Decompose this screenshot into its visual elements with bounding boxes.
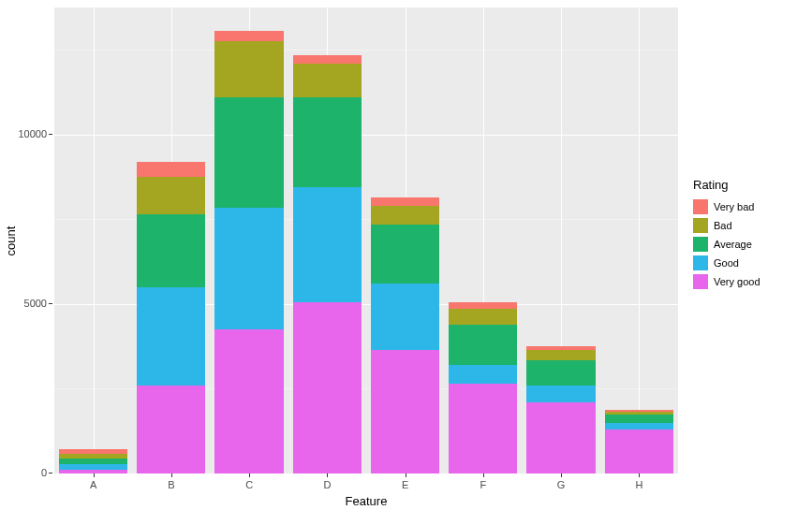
- bar-segment: [449, 384, 517, 474]
- legend-title: Rating: [693, 178, 805, 192]
- plot-area: [54, 7, 678, 474]
- bar-segment: [526, 386, 595, 402]
- y-tick-label: 5000: [0, 298, 47, 309]
- bar-segment: [449, 365, 517, 384]
- legend-item: Very bad: [693, 197, 805, 216]
- legend-items: Very badBadAverageGoodVery good: [693, 197, 805, 291]
- bar-H: [605, 7, 673, 474]
- bar-segment: [605, 423, 673, 430]
- bar-segment: [293, 187, 362, 302]
- bar-segment: [449, 325, 517, 365]
- legend-item: Good: [693, 254, 805, 272]
- bar-segment: [526, 350, 595, 360]
- bar-segment: [59, 459, 127, 464]
- x-tick-label: A: [66, 479, 122, 490]
- bar-segment: [526, 402, 595, 474]
- bar-segment: [449, 302, 517, 309]
- bar-segment: [605, 430, 673, 474]
- y-tick-label: 0: [0, 467, 47, 478]
- legend-label: Very bad: [714, 201, 754, 212]
- bar-segment: [526, 346, 595, 350]
- bar-segment: [214, 208, 283, 329]
- x-tick-label: D: [299, 479, 355, 490]
- x-axis-label: Feature: [54, 494, 678, 508]
- bar-segment: [371, 350, 439, 474]
- legend-item: Average: [693, 235, 805, 254]
- bar-segment: [293, 64, 362, 97]
- bar-segment: [526, 360, 595, 386]
- bar-segment: [59, 449, 127, 454]
- x-tick-label: G: [533, 479, 589, 490]
- x-tick-label: F: [455, 479, 511, 490]
- y-tick-label: 10000: [0, 128, 47, 139]
- bar-segment: [449, 309, 517, 324]
- legend-item: Bad: [693, 216, 805, 235]
- x-tick-label: E: [377, 479, 434, 490]
- legend-swatch: [693, 274, 708, 289]
- legend-label: Bad: [714, 220, 732, 231]
- bar-segment: [137, 386, 205, 474]
- bar-segment: [137, 214, 205, 287]
- bar-segment: [59, 464, 127, 470]
- bar-segment: [293, 97, 362, 187]
- bar-A: [59, 7, 127, 474]
- x-tick-label: H: [611, 479, 667, 490]
- bar-E: [371, 7, 439, 474]
- bar-C: [214, 7, 283, 474]
- legend-item: Very good: [693, 272, 805, 291]
- x-tick-label: C: [221, 479, 277, 490]
- legend-label: Very good: [714, 276, 760, 287]
- y-axis-label: count: [4, 7, 19, 474]
- x-tick-label: B: [143, 479, 199, 490]
- legend: Rating Very badBadAverageGoodVery good: [693, 178, 805, 291]
- bar-segment: [137, 287, 205, 386]
- legend-swatch: [693, 199, 708, 214]
- bar-segment: [371, 197, 439, 206]
- bar-D: [293, 7, 362, 474]
- bar-segment: [371, 284, 439, 350]
- bar-segment: [605, 412, 673, 415]
- bar-segment: [371, 225, 439, 284]
- legend-swatch: [693, 255, 708, 270]
- bar-segment: [137, 162, 205, 177]
- legend-swatch: [693, 237, 708, 252]
- x-axis-label-text: Feature: [346, 494, 388, 508]
- bar-segment: [371, 206, 439, 225]
- bar-G: [526, 7, 595, 474]
- bar-segment: [214, 97, 283, 208]
- bar-segment: [214, 41, 283, 97]
- bar-segment: [293, 55, 362, 64]
- legend-swatch: [693, 218, 708, 233]
- stacked-bar-chart: count 0500010000 ABCDEFGH Feature Rating…: [0, 0, 812, 510]
- bar-segment: [605, 415, 673, 423]
- bar-segment: [59, 454, 127, 459]
- bar-F: [449, 7, 517, 474]
- bar-segment: [214, 329, 283, 474]
- bar-segment: [293, 302, 362, 474]
- y-axis-label-text: count: [5, 226, 19, 255]
- bar-segment: [137, 177, 205, 214]
- legend-label: Good: [714, 257, 739, 269]
- bar-segment: [605, 410, 673, 412]
- legend-label: Average: [714, 239, 752, 250]
- bar-segment: [214, 31, 283, 41]
- bar-B: [137, 7, 205, 474]
